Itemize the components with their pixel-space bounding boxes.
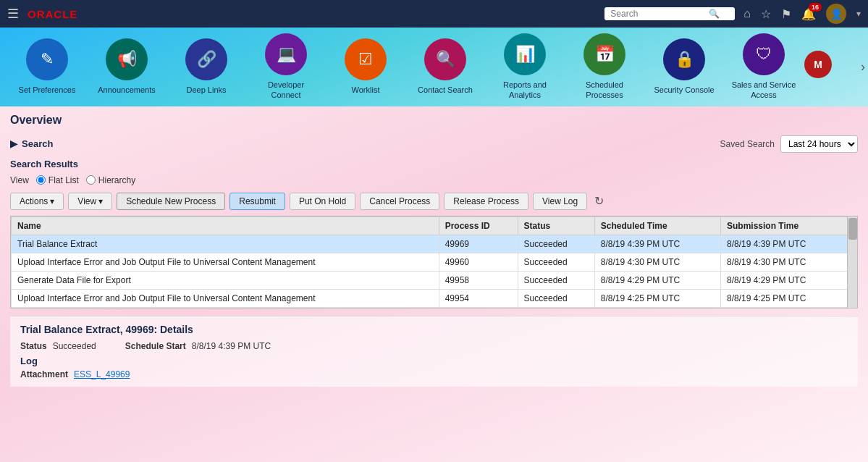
- view-chevron-icon: ▾: [98, 196, 103, 206]
- view-row: View Flat List Hierarchy: [10, 175, 858, 185]
- attachment-link[interactable]: ESS_L_49969: [74, 369, 130, 379]
- details-title: Trial Balance Extract, 49969: Details: [20, 324, 848, 335]
- app-bar-next-arrow[interactable]: ›: [861, 59, 865, 75]
- bell-wrap: 🔔 16: [801, 7, 816, 21]
- search-input[interactable]: [610, 9, 704, 19]
- search-header: ▶ Search Saved Search Last 24 hours Last…: [10, 135, 858, 153]
- hierarchy-label: Hierarchy: [98, 175, 135, 185]
- cell-status: Succeeded: [518, 253, 594, 271]
- saved-search-label: Saved Search: [720, 139, 775, 149]
- security-console-label: Security Console: [654, 85, 714, 95]
- cell-scheduled-time: 8/8/19 4:39 PM UTC: [594, 235, 720, 253]
- app-icon-deep-links[interactable]: 🔗 Deep Links: [167, 38, 246, 95]
- flat-list-radio-label[interactable]: Flat List: [36, 175, 79, 185]
- nav-icons: ⌂ ☆ ⚑ 🔔 16 👤 ▾: [743, 4, 861, 24]
- view-log-button[interactable]: View Log: [533, 193, 587, 210]
- schedule-start-label: Schedule Start: [125, 341, 186, 351]
- worklist-icon: ☑: [345, 38, 387, 80]
- hierarchy-radio-label[interactable]: Hierarchy: [86, 175, 135, 185]
- oracle-logo: ORACLE: [28, 8, 77, 20]
- resubmit-button[interactable]: Resubmit: [229, 193, 285, 210]
- app-icon-sales-service-access[interactable]: 🛡 Sales and Service Access: [724, 33, 804, 101]
- put-on-hold-button[interactable]: Put On Hold: [290, 193, 355, 210]
- developer-connect-icon: 💻: [265, 33, 307, 75]
- contact-search-label: Contact Search: [418, 85, 473, 95]
- hierarchy-radio[interactable]: [86, 175, 96, 185]
- schedule-new-process-button[interactable]: Schedule New Process: [117, 193, 225, 210]
- set-preferences-icon: ✎: [26, 38, 68, 80]
- actions-chevron-icon: ▾: [50, 196, 54, 206]
- scrollbar[interactable]: [847, 217, 857, 308]
- schedule-start-value: 8/8/19 4:39 PM UTC: [192, 341, 271, 351]
- log-section: Log Attachment ESS_L_49969: [20, 356, 848, 379]
- set-preferences-label: Set Preferences: [19, 85, 76, 95]
- app-icon-more[interactable]: M: [804, 51, 833, 83]
- col-name[interactable]: Name: [12, 217, 439, 235]
- app-icon-scheduled-processes[interactable]: 📅 Scheduled Processes: [565, 33, 644, 101]
- worklist-label: Worklist: [352, 85, 380, 95]
- cell-process-id: 49954: [439, 289, 518, 307]
- home-icon[interactable]: ⌂: [743, 7, 751, 20]
- app-icon-set-preferences[interactable]: ✎ Set Preferences: [7, 38, 87, 95]
- star-icon[interactable]: ☆: [761, 7, 771, 21]
- app-icon-security-console[interactable]: 🔒 Security Console: [644, 38, 724, 95]
- deep-links-label: Deep Links: [186, 85, 226, 95]
- search-toggle-label: Search: [22, 138, 53, 149]
- avatar-chevron-icon[interactable]: ▾: [856, 9, 861, 19]
- app-bar: ✎ Set Preferences 📢 Announcements 🔗 Deep…: [0, 28, 868, 106]
- sales-service-icon: 🛡: [743, 33, 785, 75]
- cell-status: Succeeded: [518, 271, 594, 289]
- search-toggle-icon: ▶: [10, 138, 17, 149]
- status-value: Succeeded: [53, 341, 96, 351]
- search-toggle[interactable]: ▶ Search: [10, 138, 53, 149]
- app-icon-developer-connect[interactable]: 💻 Developer Connect: [246, 33, 326, 101]
- hamburger-icon[interactable]: ☰: [7, 6, 19, 22]
- attachment-label: Attachment: [20, 369, 68, 379]
- table-row[interactable]: Upload Interface Error and Job Output Fi…: [12, 289, 857, 307]
- avatar[interactable]: 👤: [826, 4, 846, 24]
- announcements-icon: 📢: [106, 38, 148, 80]
- app-icon-worklist[interactable]: ☑ Worklist: [326, 38, 405, 95]
- cell-status: Succeeded: [518, 289, 594, 307]
- cell-process-id: 49969: [439, 235, 518, 253]
- cell-status: Succeeded: [518, 235, 594, 253]
- col-scheduled-time[interactable]: Scheduled Time: [594, 217, 720, 235]
- cell-name: Upload Interface Error and Job Output Fi…: [12, 289, 439, 307]
- contact-search-icon: 🔍: [424, 38, 466, 80]
- col-submission-time[interactable]: Submission Time: [720, 217, 856, 235]
- app-icon-reports-analytics[interactable]: 📊 Reports and Analytics: [485, 33, 565, 101]
- app-icon-contact-search[interactable]: 🔍 Contact Search: [405, 38, 485, 95]
- search-bar: 🔍: [604, 7, 735, 20]
- deep-links-icon: 🔗: [185, 38, 227, 80]
- flat-list-label: Flat List: [49, 175, 79, 185]
- table-row[interactable]: Generate Data File for Export 49958 Succ…: [12, 271, 857, 289]
- cell-process-id: 49960: [439, 253, 518, 271]
- cell-name: Trial Balance Extract: [12, 235, 439, 253]
- refresh-button[interactable]: ↻: [591, 193, 607, 209]
- search-icon[interactable]: 🔍: [709, 9, 720, 19]
- details-section: Trial Balance Extract, 49969: Details St…: [10, 316, 858, 387]
- actions-button[interactable]: Actions ▾: [10, 193, 64, 210]
- scheduled-processes-label: Scheduled Processes: [572, 80, 637, 101]
- app-icon-announcements[interactable]: 📢 Announcements: [87, 38, 167, 95]
- cell-scheduled-time: 8/8/19 4:29 PM UTC: [594, 271, 720, 289]
- release-process-button[interactable]: Release Process: [444, 193, 528, 210]
- col-status[interactable]: Status: [518, 217, 594, 235]
- view-button[interactable]: View ▾: [68, 193, 112, 210]
- col-process-id[interactable]: Process ID: [439, 217, 518, 235]
- results-table: Name Process ID Status Scheduled Time Su…: [11, 217, 857, 308]
- main-content: Overview ▶ Search Saved Search Last 24 h…: [0, 106, 868, 462]
- flat-list-radio[interactable]: [36, 175, 46, 185]
- log-title: Log: [20, 356, 848, 366]
- saved-search-wrap: Saved Search Last 24 hours Last 7 days L…: [720, 135, 858, 153]
- security-console-icon: 🔒: [663, 38, 705, 80]
- cell-scheduled-time: 8/8/19 4:25 PM UTC: [594, 289, 720, 307]
- cancel-process-button[interactable]: Cancel Process: [360, 193, 439, 210]
- view-label: View: [10, 175, 29, 185]
- cell-submission-time: 8/8/19 4:39 PM UTC: [720, 235, 856, 253]
- saved-search-select[interactable]: Last 24 hours Last 7 days Last 30 days: [780, 135, 858, 153]
- flag-icon[interactable]: ⚑: [781, 7, 791, 21]
- status-label: Status: [20, 341, 47, 351]
- table-row[interactable]: Trial Balance Extract 49969 Succeeded 8/…: [12, 235, 857, 253]
- table-row[interactable]: Upload Interface Error and Job Output Fi…: [12, 253, 857, 271]
